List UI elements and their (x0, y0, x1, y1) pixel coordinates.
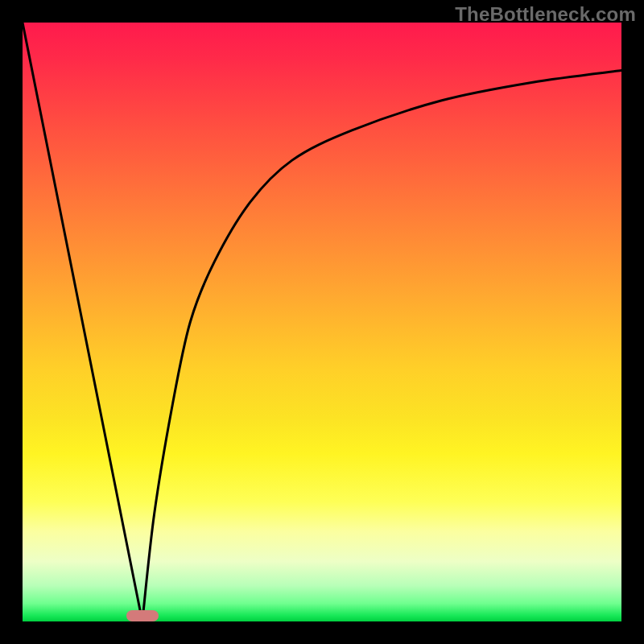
chart-frame: TheBottleneck.com (0, 0, 644, 644)
curve-layer (23, 23, 621, 621)
bottleneck-marker (126, 610, 159, 621)
plot-area (23, 23, 621, 621)
right-curve (142, 71, 621, 621)
left-curve (23, 23, 142, 621)
watermark-text: TheBottleneck.com (455, 3, 636, 26)
